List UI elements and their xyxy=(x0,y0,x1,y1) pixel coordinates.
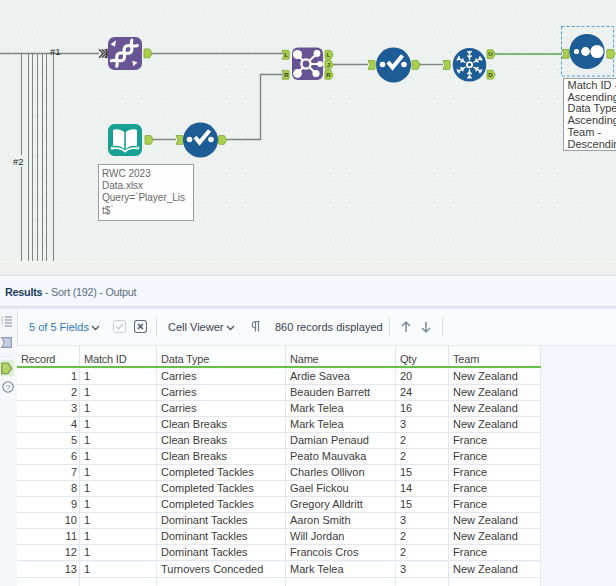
svg-text:#1: #1 xyxy=(50,46,61,57)
svg-text:?: ? xyxy=(6,383,11,392)
svg-text:#2: #2 xyxy=(13,156,24,167)
svg-text:U: U xyxy=(488,51,492,57)
svg-text:D: D xyxy=(488,72,493,78)
svg-text:L: L xyxy=(327,52,331,58)
svg-text:R: R xyxy=(326,72,331,78)
svg-text:R: R xyxy=(284,72,289,78)
svg-text:J: J xyxy=(327,62,330,68)
svg-text:L: L xyxy=(285,52,289,58)
